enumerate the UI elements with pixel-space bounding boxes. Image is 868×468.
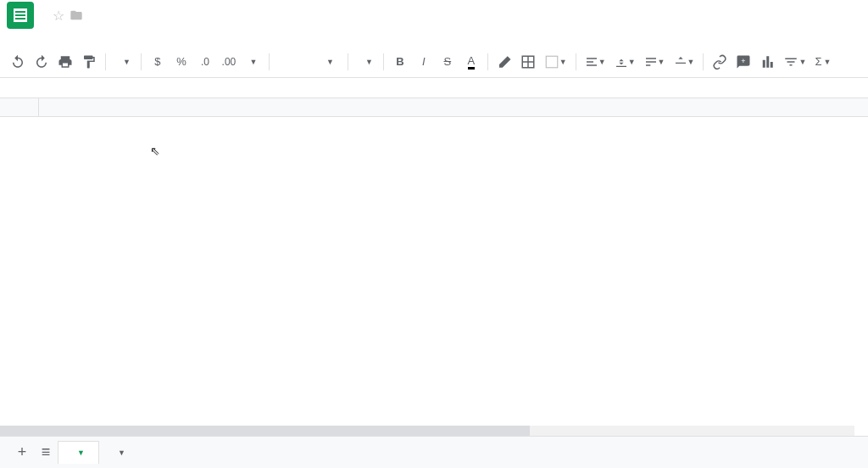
increase-decimal-button[interactable]: .00 xyxy=(218,51,240,73)
insert-comment-button[interactable]: + xyxy=(732,51,754,73)
h-align-button[interactable]: ▼ xyxy=(581,51,609,73)
decrease-decimal-button[interactable]: .0 xyxy=(194,51,216,73)
paint-format-button[interactable] xyxy=(78,51,100,73)
v-align-button[interactable]: ▼ xyxy=(611,51,639,73)
move-folder-icon[interactable] xyxy=(70,8,83,22)
menu-view[interactable] xyxy=(75,33,88,36)
italic-button[interactable]: I xyxy=(413,51,435,73)
horizontal-scrollbar[interactable] xyxy=(0,426,854,436)
print-button[interactable] xyxy=(54,51,76,73)
mouse-cursor-icon: ⇖ xyxy=(150,144,160,158)
strikethrough-button[interactable]: S xyxy=(437,51,459,73)
functions-button[interactable]: Σ▼ xyxy=(811,51,834,73)
select-all-corner[interactable] xyxy=(0,98,39,116)
menu-data[interactable] xyxy=(115,33,129,36)
menu-edit[interactable] xyxy=(61,33,75,36)
star-icon[interactable]: ☆ xyxy=(53,8,64,24)
filter-button[interactable]: ▼ xyxy=(780,51,810,73)
sheets-logo-icon xyxy=(7,2,34,29)
text-rotation-button[interactable]: ▼ xyxy=(670,51,698,73)
percent-button[interactable]: % xyxy=(170,51,192,73)
scrollbar-thumb[interactable] xyxy=(0,426,530,436)
currency-button[interactable]: $ xyxy=(147,51,169,73)
sheet-tab-master-list[interactable]: ▼ xyxy=(99,442,139,464)
menu-tools[interactable] xyxy=(129,33,142,36)
merge-cells-button[interactable]: ▼ xyxy=(541,51,570,73)
svg-rect-3 xyxy=(546,56,558,68)
zoom-select[interactable]: ▼ xyxy=(111,58,136,66)
chevron-down-icon[interactable]: ▼ xyxy=(77,448,85,457)
menu-format[interactable] xyxy=(102,33,115,36)
undo-button[interactable] xyxy=(7,51,29,73)
font-size-select[interactable]: ▼ xyxy=(353,58,378,66)
menu-addons[interactable] xyxy=(142,33,156,36)
insert-chart-button[interactable] xyxy=(756,51,778,73)
font-select[interactable]: ▼ xyxy=(275,58,342,66)
insert-link-button[interactable] xyxy=(709,51,731,73)
more-formats-button[interactable]: ▼ xyxy=(242,51,264,73)
menu-help[interactable] xyxy=(156,33,170,36)
chevron-down-icon[interactable]: ▼ xyxy=(118,448,125,457)
text-color-button[interactable]: A xyxy=(460,51,482,73)
menu-file[interactable] xyxy=(47,33,61,36)
text-wrap-button[interactable]: ▼ xyxy=(641,51,669,73)
menu-insert[interactable] xyxy=(88,33,102,36)
borders-button[interactable] xyxy=(517,51,539,73)
add-sheet-button[interactable]: + xyxy=(10,441,34,465)
redo-button[interactable] xyxy=(31,51,53,73)
fill-color-button[interactable] xyxy=(493,51,515,73)
bold-button[interactable]: B xyxy=(389,51,411,73)
svg-text:+: + xyxy=(742,56,746,64)
sheet-tab-list-of-students[interactable]: ▼ xyxy=(58,441,99,464)
all-sheets-button[interactable]: ≡ xyxy=(34,441,58,465)
